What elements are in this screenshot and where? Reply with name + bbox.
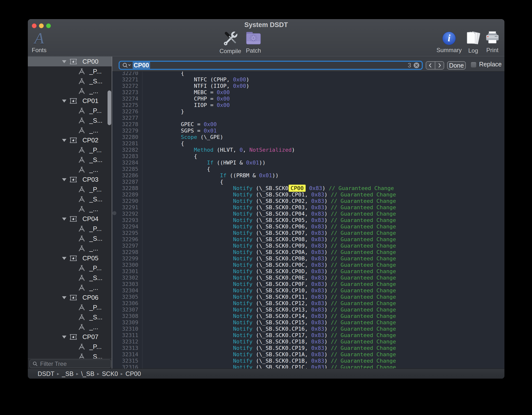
tree-item-label: _... xyxy=(89,127,98,134)
tree-item-_P[interactable]: _P... xyxy=(28,224,112,234)
line-number: 32305 xyxy=(112,294,138,300)
tree-item-_S[interactable]: _S... xyxy=(28,155,112,165)
code-text: If ((HWPI & 0x01)) xyxy=(142,160,266,166)
tree-item-_[interactable]: _... xyxy=(28,86,112,96)
breadcrumb-item-_SB[interactable]: \_SB xyxy=(81,370,94,377)
tree-item-_P[interactable]: _P... xyxy=(28,184,112,194)
print-toolbar-button[interactable]: Print xyxy=(475,30,504,54)
disclosure-triangle-icon[interactable] xyxy=(62,100,66,103)
tree-item-CP04[interactable]: CP04 xyxy=(28,214,112,224)
method-icon xyxy=(78,225,85,233)
breadcrumb-separator-icon: ▸ xyxy=(76,371,78,376)
method-icon xyxy=(78,78,85,86)
find-previous-button[interactable] xyxy=(426,62,435,69)
done-button[interactable]: Done xyxy=(447,61,466,70)
disclosure-triangle-icon[interactable] xyxy=(62,139,66,142)
tree-item-_S[interactable]: _S... xyxy=(28,76,112,86)
tree-item-_P[interactable]: _P... xyxy=(28,342,112,352)
code-text: Notify (\_SB.SCK0.CP0C, 0x83) // Guarant… xyxy=(142,262,396,268)
disclosure-triangle-icon[interactable] xyxy=(62,60,66,63)
tree-item-label: _P... xyxy=(89,146,102,154)
info-icon: i xyxy=(442,32,456,45)
search-input[interactable]: CP00 3 xyxy=(119,61,423,70)
method-icon xyxy=(78,284,85,292)
tree-item-_S[interactable]: _S... xyxy=(28,273,112,283)
tree-item-_S[interactable]: _S... xyxy=(28,352,112,358)
tree-item-_S[interactable]: _S... xyxy=(28,116,112,125)
search-icon xyxy=(32,361,38,367)
method-icon xyxy=(78,127,85,135)
zoom-button[interactable] xyxy=(46,23,51,28)
line-number: 32272 xyxy=(112,83,138,89)
tree-item-CP05[interactable]: CP05 xyxy=(28,253,112,263)
tree-item-_P[interactable]: _P... xyxy=(28,302,112,312)
breadcrumb-item-SCK0[interactable]: SCK0 xyxy=(102,370,118,377)
tree-item-CP00[interactable]: CP00 xyxy=(28,57,112,66)
disclosure-triangle-icon[interactable] xyxy=(62,336,66,339)
code-text: Notify (\_SB.SCK0.CP04, 0x83) // Guarant… xyxy=(142,211,396,217)
line-number: 32288 xyxy=(112,185,138,192)
tree-item-label: CP00 xyxy=(82,58,98,65)
tree-item-CP02[interactable]: CP02 xyxy=(28,135,112,145)
code-line: 32299 Notify (\_SB.SCK0.CP0B, 0x83) // G… xyxy=(112,255,504,262)
disclosure-triangle-icon[interactable] xyxy=(62,257,66,260)
tree-item-CP06[interactable]: CP06 xyxy=(28,293,112,302)
code-line: 32297 Notify (\_SB.SCK0.CP09, 0x83) // G… xyxy=(112,243,504,249)
code-text: Notify (\_SB.SCK0.CP07, 0x83) // Guarant… xyxy=(142,230,396,236)
code-editor[interactable]: 32270 {32271 NTFC (CPHP, 0x00)32272 NTFI… xyxy=(112,72,504,369)
breadcrumb-item-DSDT[interactable]: DSDT xyxy=(38,370,54,377)
divider-drag-handle[interactable] xyxy=(112,211,116,215)
patch-toolbar-button[interactable]: Patch xyxy=(236,30,271,54)
search-scope-icon[interactable] xyxy=(122,62,131,69)
code-line: 32271 NTFC (CPHP, 0x00) xyxy=(112,76,504,83)
code-line: 32314 Notify (\_SB.SCK0.CP1A, 0x83) // G… xyxy=(112,351,504,358)
tree-item-_P[interactable]: _P... xyxy=(28,145,112,155)
breadcrumb-item-CP00[interactable]: CP00 xyxy=(125,370,141,377)
tree-item-_[interactable]: _... xyxy=(28,165,112,175)
code-line: 32275 IIOP = 0x00 xyxy=(112,102,504,108)
tree-item-_[interactable]: _... xyxy=(28,204,112,214)
code-text: Notify (\_SB.SCK0.CP0A, 0x83) // Guarant… xyxy=(142,249,396,255)
tree-item-_P[interactable]: _P... xyxy=(28,66,112,76)
tree-item-label: _S... xyxy=(89,235,102,242)
clear-search-icon[interactable] xyxy=(413,62,420,69)
tree-item-CP03[interactable]: CP03 xyxy=(28,175,112,184)
tree-item-label: CP03 xyxy=(82,176,98,183)
tree-item-label: CP01 xyxy=(82,97,98,105)
tree-item-CP07[interactable]: CP07 xyxy=(28,332,112,342)
code-text: Notify (\_SB.SCK0.CP08, 0x83) // Guarant… xyxy=(142,236,396,243)
code-text: Notify (\_SB.SCK0.CP02, 0x83) // Guarant… xyxy=(142,198,396,204)
line-number: 32277 xyxy=(112,115,138,121)
filter-tree-input[interactable]: Filter Tree xyxy=(30,359,111,368)
disclosure-triangle-icon[interactable] xyxy=(62,218,66,221)
tree-item-_[interactable]: _... xyxy=(28,125,112,135)
line-number: 32293 xyxy=(112,217,138,223)
tree-item-_S[interactable]: _S... xyxy=(28,312,112,322)
tree-item-CP01[interactable]: CP01 xyxy=(28,96,112,106)
tree-item-_S[interactable]: _S... xyxy=(28,234,112,243)
minimize-button[interactable] xyxy=(39,23,44,28)
fonts-toolbar-button[interactable]: A Fonts xyxy=(28,30,56,54)
line-number: 32316 xyxy=(112,364,138,369)
code-line: 32301 Notify (\_SB.SCK0.CP0D, 0x83) // G… xyxy=(112,268,504,275)
code-text: MEBC = 0x00 xyxy=(142,89,230,96)
tree-item-_P[interactable]: _P... xyxy=(28,106,112,116)
method-icon xyxy=(78,304,85,312)
code-text: } xyxy=(142,108,184,115)
code-line: 32305 Notify (\_SB.SCK0.CP11, 0x83) // G… xyxy=(112,294,504,300)
tree-item-_P[interactable]: _P... xyxy=(28,263,112,273)
tree-item-label: _P... xyxy=(89,107,102,115)
breadcrumb-item-_SB[interactable]: _SB xyxy=(62,370,74,377)
find-next-button[interactable] xyxy=(435,62,444,69)
tree-item-_[interactable]: _... xyxy=(28,243,112,253)
scope-icon xyxy=(69,294,77,302)
close-button[interactable] xyxy=(32,23,37,28)
tree-item-_S[interactable]: _S... xyxy=(28,194,112,204)
tree-scrollbar-thumb[interactable] xyxy=(108,90,111,125)
method-icon xyxy=(78,166,85,174)
tree-item-_[interactable]: _... xyxy=(28,322,112,332)
replace-checkbox[interactable] xyxy=(471,62,476,68)
disclosure-triangle-icon[interactable] xyxy=(62,178,66,181)
disclosure-triangle-icon[interactable] xyxy=(62,296,66,299)
tree-item-_[interactable]: _... xyxy=(28,283,112,293)
